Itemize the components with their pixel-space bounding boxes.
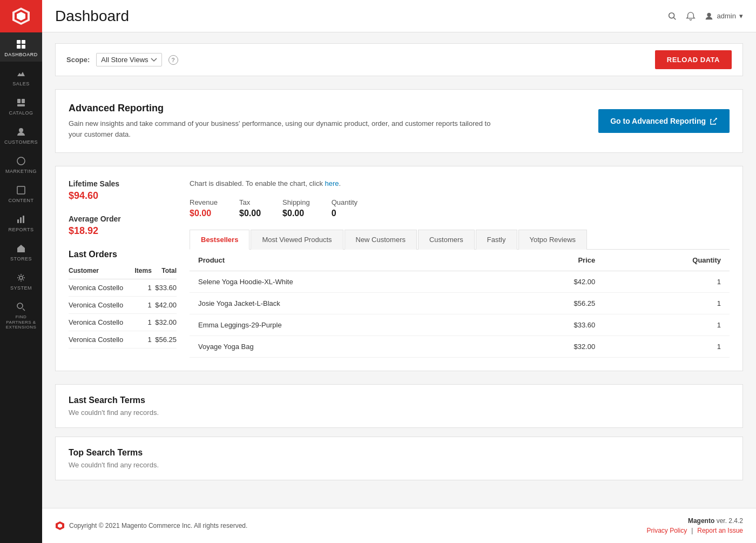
svg-rect-13 bbox=[20, 250, 22, 252]
page-header: Dashboard admin ▾ bbox=[42, 0, 756, 32]
sidebar-item-sales[interactable]: SALES bbox=[0, 62, 42, 91]
tab-content: Product Price Quantity Selene Yoga Hoodi… bbox=[190, 250, 730, 358]
footer-version: Magento ver. 2.4.2 bbox=[688, 517, 743, 525]
average-order-block: Average Order $18.92 bbox=[69, 214, 177, 237]
sidebar-item-stores[interactable]: STORES bbox=[0, 237, 42, 266]
metric-quantity: Quantity0 bbox=[332, 198, 357, 218]
page-footer: Copyright © 2021 Magento Commerce Inc. A… bbox=[42, 508, 756, 543]
sidebar-logo[interactable] bbox=[0, 0, 42, 32]
reload-data-button[interactable]: Reload Data bbox=[655, 50, 732, 69]
svg-rect-11 bbox=[20, 217, 22, 223]
footer-logo: Copyright © 2021 Magento Commerce Inc. A… bbox=[55, 521, 247, 531]
svg-rect-12 bbox=[23, 216, 24, 223]
goto-advanced-reporting-button[interactable]: Go to Advanced Reporting bbox=[598, 109, 730, 133]
svg-point-8 bbox=[17, 157, 25, 165]
content-area: Scope: All Store Views ? Reload Data Adv… bbox=[42, 32, 756, 508]
scope-left: Scope: All Store Views ? bbox=[66, 53, 178, 66]
sidebar-item-customers[interactable]: CUSTOMERS bbox=[0, 120, 42, 149]
chart-area: Chart is disabled. To enable the chart, … bbox=[190, 179, 730, 358]
tab-customers[interactable]: Customers bbox=[418, 230, 475, 250]
col-product: Product bbox=[190, 250, 497, 271]
table-row: Selene Yoga Hoodie-XL-White$42.001 bbox=[190, 271, 730, 293]
tab-most-viewed[interactable]: Most Viewed Products bbox=[251, 230, 343, 250]
scope-label: Scope: bbox=[66, 56, 90, 64]
last-orders-title: Last Orders bbox=[69, 250, 177, 259]
lifetime-sales-label: Lifetime Sales bbox=[69, 179, 177, 188]
table-row: Veronica Costello1$33.60 bbox=[69, 279, 177, 297]
svg-rect-0 bbox=[17, 40, 21, 44]
notifications-icon[interactable] bbox=[686, 11, 696, 21]
top-search-terms-section: Top Search Terms We couldn't find any re… bbox=[55, 437, 743, 480]
top-search-terms-title: Top Search Terms bbox=[69, 448, 730, 458]
col-price: Price bbox=[497, 250, 604, 271]
metric-tax: Tax$0.00 bbox=[239, 198, 261, 218]
main-area: Dashboard admin ▾ Scope: All Store Views bbox=[42, 0, 756, 543]
header-actions: admin ▾ bbox=[667, 11, 743, 21]
sidebar-item-dashboard[interactable]: DASHBOARD bbox=[0, 32, 42, 62]
metric-revenue: Revenue$0.00 bbox=[190, 198, 218, 218]
average-order-value: $18.92 bbox=[69, 225, 177, 237]
left-stats: Lifetime Sales $94.60 Average Order $18.… bbox=[69, 179, 177, 358]
stats-row: Lifetime Sales $94.60 Average Order $18.… bbox=[69, 179, 730, 358]
orders-col-customer: Customer bbox=[69, 263, 132, 279]
col-quantity: Quantity bbox=[604, 250, 730, 271]
sidebar-item-catalog[interactable]: CATALOG bbox=[0, 91, 42, 120]
lifetime-sales-value: $94.60 bbox=[69, 190, 177, 202]
sidebar-item-reports[interactable]: REPORTS bbox=[0, 207, 42, 237]
svg-rect-10 bbox=[17, 219, 19, 223]
average-order-label: Average Order bbox=[69, 214, 177, 223]
svg-rect-5 bbox=[22, 99, 25, 103]
search-icon[interactable] bbox=[667, 11, 677, 21]
last-orders-table: Customer Items Total Veronica Costello1$… bbox=[69, 263, 177, 348]
advanced-reporting-text: Advanced Reporting Gain new insights and… bbox=[69, 103, 501, 139]
last-search-terms-title: Last Search Terms bbox=[69, 395, 730, 405]
tab-yotpo[interactable]: Yotpo Reviews bbox=[518, 230, 588, 250]
metric-shipping: Shipping$0.00 bbox=[282, 198, 310, 218]
page-title: Dashboard bbox=[55, 8, 129, 25]
table-row: Veronica Costello1$32.00 bbox=[69, 314, 177, 331]
svg-point-7 bbox=[19, 128, 23, 132]
tab-new-customers[interactable]: New Customers bbox=[345, 230, 417, 250]
last-search-terms-empty: We couldn't find any records. bbox=[69, 408, 730, 417]
footer-copyright: Copyright © 2021 Magento Commerce Inc. A… bbox=[69, 522, 247, 529]
advanced-reporting-description: Gain new insights and take command of yo… bbox=[69, 118, 501, 139]
svg-point-15 bbox=[17, 303, 23, 309]
table-row: Veronica Costello1$56.25 bbox=[69, 331, 177, 348]
advanced-reporting-title: Advanced Reporting bbox=[69, 103, 501, 114]
lifetime-sales-block: Lifetime Sales $94.60 bbox=[69, 179, 177, 202]
footer-links: Privacy Policy | Report an Issue bbox=[646, 527, 743, 534]
last-search-terms-section: Last Search Terms We couldn't find any r… bbox=[55, 384, 743, 428]
svg-point-17 bbox=[707, 12, 711, 16]
metrics-row: Revenue$0.00Tax$0.00Shipping$0.00Quantit… bbox=[190, 198, 730, 218]
last-orders-section: Last Orders Customer Items Total Veronic bbox=[69, 250, 177, 348]
sidebar-item-find-partners[interactable]: FIND PARTNERS & EXTENSIONS bbox=[0, 295, 42, 334]
chart-disabled-message: Chart is disabled. To enable the chart, … bbox=[190, 179, 730, 187]
tab-bestsellers[interactable]: Bestsellers bbox=[190, 230, 249, 250]
svg-rect-2 bbox=[17, 45, 21, 49]
chart-enable-link[interactable]: here bbox=[325, 179, 339, 187]
dashboard-stats-section: Lifetime Sales $94.60 Average Order $18.… bbox=[55, 166, 743, 371]
sidebar-item-system[interactable]: SYSTEM bbox=[0, 266, 42, 295]
privacy-policy-link[interactable]: Privacy Policy bbox=[646, 527, 687, 534]
advanced-reporting-section: Advanced Reporting Gain new insights and… bbox=[55, 89, 743, 153]
sidebar-item-marketing[interactable]: MARKETING bbox=[0, 149, 42, 178]
tab-fastly[interactable]: Fastly bbox=[476, 230, 517, 250]
orders-col-items: Items bbox=[132, 263, 151, 279]
product-tabs: BestsellersMost Viewed ProductsNew Custo… bbox=[190, 229, 730, 250]
report-issue-link[interactable]: Report an Issue bbox=[697, 527, 743, 534]
user-menu[interactable]: admin ▾ bbox=[704, 11, 743, 21]
svg-point-14 bbox=[19, 276, 23, 279]
svg-point-16 bbox=[669, 12, 674, 18]
table-row: Voyage Yoga Bag$32.001 bbox=[190, 336, 730, 358]
svg-rect-4 bbox=[17, 99, 21, 103]
top-search-terms-empty: We couldn't find any records. bbox=[69, 461, 730, 469]
svg-rect-6 bbox=[17, 104, 25, 106]
bestsellers-table: Product Price Quantity Selene Yoga Hoodi… bbox=[190, 250, 730, 358]
sidebar-item-content[interactable]: CONTENT bbox=[0, 178, 42, 207]
help-icon[interactable]: ? bbox=[168, 55, 178, 65]
store-view-select[interactable]: All Store Views bbox=[96, 53, 161, 66]
svg-rect-9 bbox=[17, 186, 25, 194]
orders-col-total: Total bbox=[152, 263, 177, 279]
table-row: Veronica Costello1$42.00 bbox=[69, 297, 177, 314]
table-row: Emma Leggings-29-Purple$33.601 bbox=[190, 314, 730, 336]
